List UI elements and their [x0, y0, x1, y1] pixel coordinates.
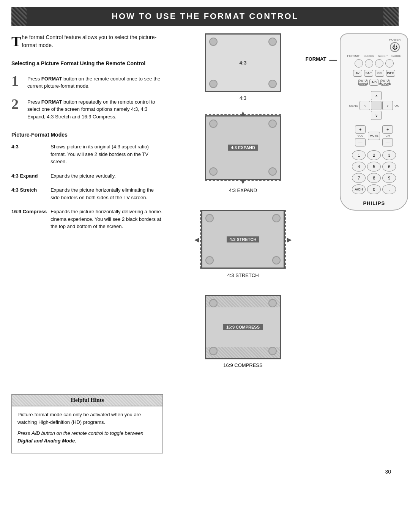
dpad: ∧ ‹ › ∨: [360, 91, 393, 120]
caption-expand: 4:3 EXPAND: [229, 187, 257, 193]
modes-table: 4:3 Shows picture in its original (4:3 a…: [11, 143, 163, 237]
steps-list: 1 Press FORMAT button on the remote cont…: [11, 74, 163, 121]
corner-tl-43: [209, 38, 218, 46]
num-0-button[interactable]: 0: [367, 184, 381, 194]
diagram-expand: ▲ 4:3 EXPAND ▼ 4:3 EXPAND: [205, 115, 281, 193]
intro-paragraph: The format Control feature allows you to…: [11, 33, 163, 49]
format-button[interactable]: [355, 59, 363, 68]
stretch-arrow-left: ◀: [194, 236, 199, 243]
auto-sound-button[interactable]: AUTO SOUND: [358, 79, 367, 86]
hints-section: Helpful Hints Picture-format mode can on…: [11, 394, 399, 453]
dpad-empty-tr: [382, 91, 393, 100]
expand-dash-top: [205, 114, 281, 115]
step-1-number: 1: [11, 74, 22, 88]
sleep-button[interactable]: [375, 59, 383, 68]
step-2: 2 Press FORMAT button repeatedly on the …: [11, 97, 163, 121]
av-button[interactable]: AV: [353, 70, 362, 77]
clock-button[interactable]: [365, 59, 373, 68]
row2-buttons: AV SAP CC INFO: [344, 70, 404, 77]
hints-box: Helpful Hints Picture-format mode can on…: [11, 394, 163, 453]
mode-row-expand: 4:3 Expand Expands the picture verticall…: [11, 172, 163, 187]
page-number: 30: [0, 465, 410, 478]
dpad-ok[interactable]: [371, 101, 382, 110]
corner-br-expand: [268, 167, 277, 176]
num-3-button[interactable]: 3: [382, 150, 396, 160]
step-2-text: Press FORMAT button repeatedly on the re…: [27, 97, 163, 121]
step-2-bold: FORMAT: [41, 99, 62, 105]
num-6-button[interactable]: 6: [382, 162, 396, 172]
left-column: The format Control feature allows you to…: [11, 33, 171, 379]
corner-bl-43: [209, 80, 218, 88]
page-title: HOW TO USE THE FORMAT CONTROL: [11, 11, 399, 21]
ch-label: CH: [386, 134, 390, 138]
dot-button[interactable]: .: [382, 184, 396, 194]
dpad-down[interactable]: ∨: [371, 111, 382, 120]
dpad-up[interactable]: ∧: [371, 91, 382, 100]
corner-tl-stretch: [205, 214, 214, 222]
ch-minus-button[interactable]: —: [382, 138, 393, 146]
power-button[interactable]: ⏻: [390, 42, 400, 52]
menu-label: MENU: [349, 104, 358, 107]
selecting-section-title: Selecting a Picture Format Using the Rem…: [11, 60, 163, 68]
stretch-dash-right: [285, 210, 286, 269]
right-column: FORMAT — POWER ⏻ FORMAT CLOCK SLEEP: [315, 33, 399, 379]
intro-text: he format Control feature allows you to …: [22, 34, 156, 48]
numpad: 1 2 3 4 5 6 7 8 9 A/CH 0 .: [352, 150, 396, 194]
num-8-button[interactable]: 8: [367, 173, 381, 183]
step-1-text: Press FORMAT button on the remote contro…: [27, 74, 163, 90]
corner-br-compress: [268, 347, 277, 355]
stretch-dash-left: [200, 210, 201, 269]
corner-tr-compress: [268, 299, 277, 307]
dpad-section: MENU ∧ ‹ › ∨ OK: [349, 90, 399, 121]
num-1-button[interactable]: 1: [352, 150, 366, 160]
ach-button[interactable]: A/CH: [352, 184, 366, 194]
step-1: 1 Press FORMAT button on the remote cont…: [11, 74, 163, 90]
label-format: FORMAT: [347, 54, 360, 58]
mute-button[interactable]: MUTE: [368, 132, 380, 140]
label-43-inner: 4:3: [240, 60, 247, 66]
sap-button[interactable]: SAP: [364, 70, 373, 77]
dpad-empty-tl: [360, 91, 370, 100]
ok-label: OK: [394, 104, 399, 107]
corner-tl-expand: [209, 120, 218, 128]
num-4-button[interactable]: 4: [352, 162, 366, 172]
corner-tr-stretch: [272, 214, 281, 222]
num-7-button[interactable]: 7: [352, 173, 366, 183]
dpad-left[interactable]: ‹: [360, 101, 370, 110]
corner-br-43: [268, 80, 277, 88]
mode-desc-expand: Expands the picture vertically.: [50, 172, 163, 187]
format-arrow-label: FORMAT: [306, 56, 326, 62]
mode-desc-43: Shows picture in its original (4:3 aspec…: [50, 143, 163, 172]
info-button[interactable]: INFO: [386, 70, 395, 77]
vol-minus-button[interactable]: —: [355, 138, 366, 146]
step-2-number: 2: [11, 97, 22, 111]
corner-tr-expand: [268, 120, 277, 128]
top-row-labels: FORMAT CLOCK SLEEP GUIDE: [344, 54, 404, 58]
vol-label: VOL: [357, 134, 363, 138]
caption-stretch: 4:3 STRETCH: [227, 272, 259, 278]
diagram-compress: 16:9 COMPRESS 16:9 COMPRESS: [205, 295, 281, 368]
auto-picture-button[interactable]: AUTO PICTURE: [380, 79, 390, 86]
ad-button[interactable]: A/D: [369, 79, 378, 86]
cc-button[interactable]: CC: [375, 70, 384, 77]
num-2-button[interactable]: 2: [367, 150, 381, 160]
vol-row: + VOL — MUTE + CH —: [344, 125, 404, 146]
dpad-empty-br: [382, 111, 393, 120]
caption-compress: 16:9 COMPRESS: [223, 362, 262, 368]
mode-row-compress: 16:9 Compress Expands the picture horizo…: [11, 208, 163, 237]
corner-bl-expand: [209, 167, 218, 176]
center-column: 4:3 4:3 ▲ 4:3 EXPAND ▼ 4:3 EXPAND: [171, 33, 315, 379]
remote-brand: PHILIPS: [363, 200, 385, 206]
corner-br-stretch: [272, 256, 281, 264]
vol-plus-button[interactable]: +: [355, 125, 366, 134]
num-9-button[interactable]: 9: [382, 173, 396, 183]
dpad-right[interactable]: ›: [382, 101, 393, 110]
label-sleep: SLEEP: [378, 54, 388, 58]
power-label: POWER: [389, 38, 401, 41]
tv-frame-compress: 16:9 COMPRESS: [205, 295, 281, 359]
label-expand-inner: 4:3 EXPAND: [228, 145, 258, 151]
label-clock: CLOCK: [364, 54, 374, 58]
ch-plus-button[interactable]: +: [382, 125, 393, 134]
num-5-button[interactable]: 5: [367, 162, 381, 172]
guide-button[interactable]: [385, 59, 394, 68]
